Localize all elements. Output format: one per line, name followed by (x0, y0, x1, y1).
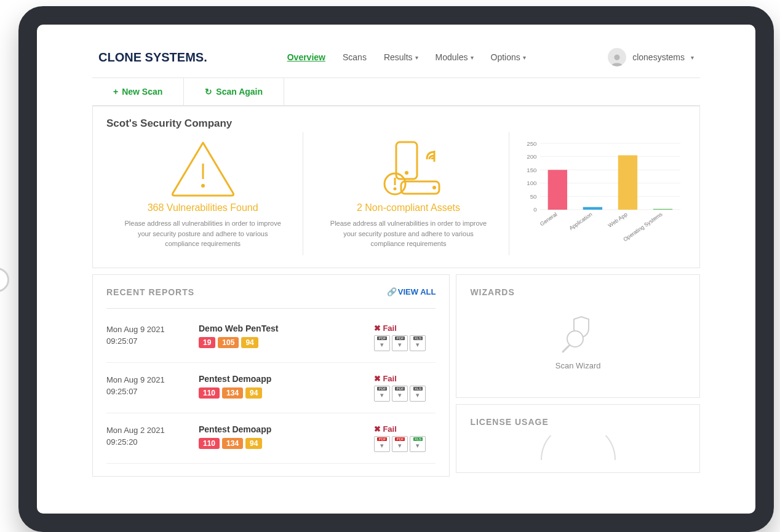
user-name: clonesystems (632, 52, 685, 62)
xls-file-icon[interactable]: XLS▾ (410, 436, 426, 452)
report-row[interactable]: Mon Aug 9 202109:25:07Demo Web PenTest19… (106, 312, 436, 363)
nav-options-label: Options (491, 52, 520, 62)
plus-icon: + (113, 87, 118, 97)
svg-rect-25 (583, 207, 602, 210)
new-scan-button[interactable]: + New Scan (92, 78, 184, 105)
pdf-file-icon[interactable]: PDF▾ (392, 386, 408, 402)
svg-text:Application: Application (568, 211, 593, 231)
scan-wizard-icon (557, 312, 600, 355)
report-date: Mon Aug 2 202109:25:20 (106, 424, 186, 452)
svg-text:200: 200 (527, 153, 537, 160)
severity-badge: 19 (199, 337, 215, 348)
summary-row: 368 Vulnerabilities Found Please address… (93, 132, 699, 268)
pdf-file-icon[interactable]: PDF▾ (374, 436, 390, 452)
vulnerabilities-card[interactable]: 368 Vulnerabilities Found Please address… (103, 132, 303, 255)
status-fail: ✖ Fail (374, 324, 436, 333)
svg-point-4 (405, 171, 408, 175)
report-name: Demo Web PenTest (199, 324, 362, 333)
user-menu[interactable]: clonesystems ▾ (608, 48, 694, 66)
nav-modules[interactable]: Modules ▾ (436, 52, 474, 62)
svg-text:General: General (539, 211, 558, 227)
app-root: CLONE SYSTEMS. Overview Scans Results ▾ … (92, 37, 700, 477)
summary-panel: Scot's Security Company 368 Vulnerabilit… (92, 106, 700, 268)
svg-text:Operating Systems: Operating Systems (622, 211, 664, 243)
severity-badges: 11013494 (199, 438, 362, 449)
reports-title: RECENT REPORTS (106, 287, 194, 297)
brand-logo: CLONE SYSTEMS. (98, 50, 207, 65)
caret-down-icon: ▾ (471, 54, 474, 61)
severity-badge: 134 (222, 387, 243, 399)
assets-card[interactable]: 2 Non-compliant Assets Please address al… (308, 132, 509, 255)
svg-point-2 (201, 184, 205, 188)
nav-options[interactable]: Options ▾ (491, 52, 526, 62)
x-icon: ✖ (374, 424, 381, 434)
caret-down-icon: ▾ (523, 54, 526, 61)
pdf-file-icon[interactable]: PDF▾ (392, 335, 408, 351)
bar-chart: 050100150200250GeneralApplicationWeb App… (520, 132, 683, 249)
report-row[interactable]: Mon Aug 9 202109:25:07Pentest Demoapp110… (106, 363, 436, 413)
report-main: Pentest Demoapp11013494 (199, 424, 362, 452)
lower-row: RECENT REPORTS 🔗 VIEW ALL Mon Aug 9 2021… (92, 274, 700, 477)
status-fail: ✖ Fail (374, 424, 436, 434)
svg-point-6 (432, 186, 436, 189)
new-scan-label: New Scan (122, 87, 162, 97)
xls-file-icon[interactable]: XLS▾ (410, 335, 426, 351)
svg-rect-23 (547, 170, 567, 210)
svg-point-0 (615, 55, 620, 60)
svg-text:Web App: Web App (607, 211, 628, 229)
license-usage-panel: LICENSE USAGE (456, 404, 700, 473)
report-status-col: ✖ FailPDF▾PDF▾XLS▾ (374, 374, 436, 402)
x-icon: ✖ (374, 324, 381, 333)
svg-point-10 (393, 188, 396, 191)
file-icons: PDF▾PDF▾XLS▾ (374, 335, 436, 351)
svg-text:50: 50 (530, 193, 536, 200)
gauge-icon (529, 435, 627, 460)
xls-file-icon[interactable]: XLS▾ (410, 386, 426, 402)
svg-point-31 (567, 331, 583, 347)
header: CLONE SYSTEMS. Overview Scans Results ▾ … (92, 37, 700, 78)
assets-card-desc: Please address all vulnerabilities in or… (327, 218, 490, 249)
pdf-file-icon[interactable]: PDF▾ (374, 386, 390, 402)
file-icons: PDF▾PDF▾XLS▾ (374, 436, 436, 452)
assets-card-title: 2 Non-compliant Assets (327, 202, 490, 213)
nav-scans[interactable]: Scans (343, 52, 367, 62)
scan-again-label: Scan Again (216, 87, 263, 97)
home-button[interactable] (0, 268, 9, 292)
report-name: Pentest Demoapp (199, 424, 362, 434)
severity-badge: 94 (245, 387, 262, 399)
severity-badges: 1910594 (199, 337, 362, 348)
caret-down-icon: ▾ (691, 54, 694, 61)
scan-wizard-button[interactable]: Scan Wizard (470, 300, 686, 385)
report-name: Pentest Demoapp (199, 374, 362, 384)
scan-wizard-label: Scan Wizard (555, 361, 601, 370)
link-icon: 🔗 (387, 287, 397, 296)
view-all-link[interactable]: 🔗 VIEW ALL (387, 287, 436, 296)
main-nav: Overview Scans Results ▾ Modules ▾ Optio… (287, 52, 526, 62)
report-date: Mon Aug 9 202109:25:07 (106, 324, 186, 351)
status-fail: ✖ Fail (374, 374, 436, 383)
license-gauge (470, 427, 686, 460)
license-title: LICENSE USAGE (470, 417, 686, 427)
severity-badge: 94 (241, 337, 258, 348)
pdf-file-icon[interactable]: PDF▾ (392, 436, 408, 452)
report-status-col: ✖ FailPDF▾PDF▾XLS▾ (374, 324, 436, 351)
svg-text:250: 250 (527, 140, 537, 147)
nav-modules-label: Modules (436, 52, 468, 62)
recent-reports-panel: RECENT REPORTS 🔗 VIEW ALL Mon Aug 9 2021… (92, 274, 450, 477)
severity-badge: 110 (199, 438, 220, 449)
svg-rect-27 (618, 155, 637, 209)
refresh-icon: ↻ (205, 87, 212, 97)
severity-badge: 94 (245, 438, 262, 449)
report-main: Pentest Demoapp11013494 (199, 374, 362, 402)
report-row[interactable]: Mon Aug 2 202109:25:20Pentest Demoapp110… (106, 413, 436, 464)
company-title: Scot's Security Company (93, 106, 699, 132)
action-bar: + New Scan ↻ Scan Again (92, 78, 700, 106)
nav-results[interactable]: Results ▾ (384, 52, 418, 62)
tablet-frame: CLONE SYSTEMS. Overview Scans Results ▾ … (18, 6, 774, 532)
svg-text:150: 150 (527, 167, 537, 173)
pdf-file-icon[interactable]: PDF▾ (374, 335, 390, 351)
nav-overview[interactable]: Overview (287, 52, 325, 62)
file-icons: PDF▾PDF▾XLS▾ (374, 386, 436, 402)
svg-line-32 (563, 346, 569, 352)
scan-again-button[interactable]: ↻ Scan Again (184, 78, 284, 105)
